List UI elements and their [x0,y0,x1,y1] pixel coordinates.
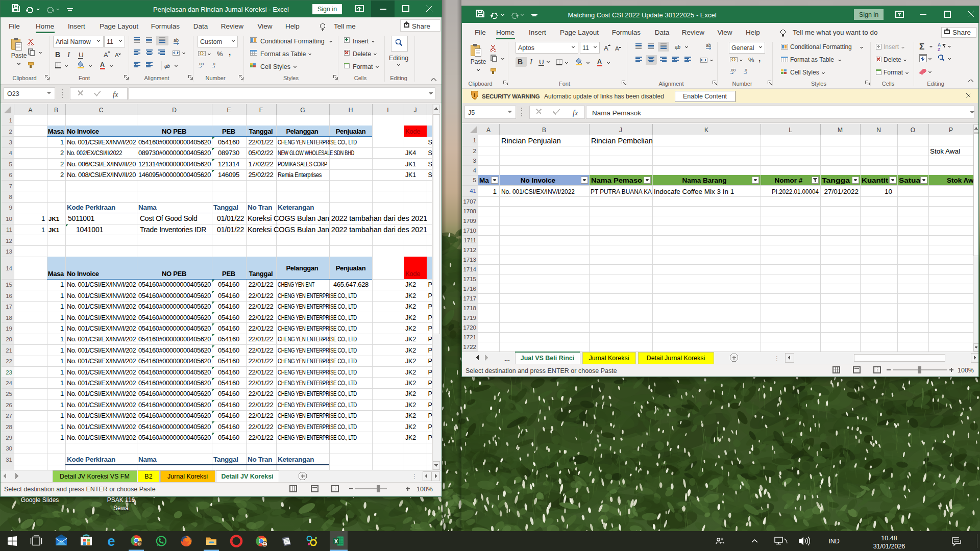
svg-text:4: 4 [9,150,13,156]
svg-text:File: File [475,29,486,36]
svg-text:Page Layout: Page Layout [100,22,138,30]
svg-text:No Invoice: No Invoice [67,128,99,135]
svg-text:D: D [138,542,140,546]
svg-text:CHENG YEN ENTERPRISE CO., LTD: CHENG YEN ENTERPRISE CO., LTD [278,368,357,376]
svg-text:S: S [428,139,432,146]
svg-text:5011001: 5011001 [68,214,94,222]
svg-text:No. 001/CSI/EX/INV/I/202: No. 001/CSI/EX/INV/I/202 [67,379,136,387]
svg-text:No. 001/CSI/EX/INV/I/202: No. 001/CSI/EX/INV/I/202 [67,412,136,419]
svg-text:Tell me: Tell me [334,22,356,30]
svg-text:Paste: Paste [471,58,486,65]
svg-text:054160: 054160 [218,401,239,409]
svg-text:121314#00000000405620: 121314#00000000405620 [138,160,211,168]
svg-text:N: N [876,127,881,134]
svg-text:Detail JV Koreksi VS FM: Detail JV Koreksi VS FM [60,473,130,480]
svg-text:Kode: Kode [405,270,420,278]
svg-text:054160#00000000405620: 054160#00000000405620 [138,423,211,431]
svg-text:22/01/22: 22/01/22 [248,281,273,288]
svg-text:Tanggal: Tanggal [249,128,273,135]
svg-text:8: 8 [9,194,12,200]
svg-text:100%: 100% [416,486,433,493]
svg-text:24: 24 [6,380,12,386]
svg-text:B2: B2 [144,473,152,480]
svg-text:1: 1 [60,423,64,431]
svg-text:Nomor #: Nomor # [775,177,803,184]
svg-text:Keterangan: Keterangan [278,204,314,211]
svg-text:Help: Help [746,29,760,36]
svg-text:B: B [542,127,546,134]
svg-text:CHENG YEN ENTERPRISE CO., LTD: CHENG YEN ENTERPRISE CO., LTD [278,390,357,397]
svg-text:054160: 054160 [218,281,239,288]
svg-text:JK4: JK4 [405,149,416,157]
svg-text:13: 13 [6,248,12,255]
svg-text:22/01/22: 22/01/22 [248,314,273,321]
svg-text:Insert: Insert [68,22,85,30]
svg-text:J: J [414,107,417,114]
svg-text:CHENG YEN ENTERPRISE CO., LTD: CHENG YEN ENTERPRISE CO., LTD [278,314,357,321]
svg-text:E: E [227,107,231,114]
svg-text:No. 001/CSI/EX/INV/I/202: No. 001/CSI/EX/INV/I/202 [67,292,136,299]
svg-text:05/02/22: 05/02/22 [248,149,273,157]
svg-text:JK1: JK1 [405,161,416,168]
svg-text:054160: 054160 [218,357,239,365]
svg-text:P: P [428,434,432,441]
svg-text:JK2: JK2 [405,281,416,288]
svg-text:,: , [758,54,761,63]
svg-text:P: P [428,412,432,419]
svg-text:6: 6 [9,172,12,178]
svg-text:Conditional Formatting: Conditional Formatting [790,43,852,51]
svg-text:F: F [259,107,263,114]
svg-text:1: 1 [473,137,476,143]
svg-text:4: 4 [473,167,477,173]
svg-text:11: 11 [107,38,113,45]
svg-text:PI.2022.01.00004: PI.2022.01.00004 [772,188,819,195]
svg-text:CHENG YEN ENTERPRISE CO., LTD: CHENG YEN ENTERPRISE CO., LTD [278,401,357,409]
svg-text:2: 2 [60,149,64,157]
svg-text:Enable Content: Enable Content [683,93,727,100]
svg-text:089730#00000000405620: 089730#00000000405620 [138,149,211,157]
svg-text:.0: .0 [744,68,747,72]
svg-text:Matching Cost CSI 2022 Update: Matching Cost CSI 2022 Update 30122025 -… [568,11,716,19]
svg-text:27: 27 [6,413,12,419]
svg-text:22/01/22: 22/01/22 [248,357,273,365]
svg-text:054160#00000000405620: 054160#00000000405620 [138,303,211,310]
svg-text:S: S [428,149,432,157]
svg-text:No. 001/CSI/EX/INV/I/202: No. 001/CSI/EX/INV/I/202 [67,346,136,354]
svg-text:Kode Perkiraan: Kode Perkiraan [67,204,115,211]
svg-text:%: % [217,50,223,58]
svg-text:Review: Review [682,29,705,36]
svg-text:10: 10 [885,188,892,195]
svg-text:PSAK 116: PSAK 116 [107,496,135,504]
svg-text:Nama Barang: Nama Barang [682,177,726,184]
svg-text:No. 001/CSI/EX/INV/I/202: No. 001/CSI/EX/INV/I/202 [67,335,136,343]
svg-text:1: 1 [60,412,64,419]
svg-text:Keterangan: Keterangan [278,456,314,463]
svg-text:Conditional Formatting: Conditional Formatting [260,38,325,45]
svg-text:Detail JV Koreksi: Detail JV Koreksi [221,473,273,480]
svg-text:JK2: JK2 [405,303,416,310]
svg-text:22/01/22: 22/01/22 [248,379,273,387]
svg-text:22/01/22: 22/01/22 [248,434,273,441]
svg-text:10.48: 10.48 [881,535,897,542]
svg-text:Penjualan: Penjualan [336,128,366,135]
svg-text:U: U [79,51,84,59]
svg-text:054160: 054160 [218,423,239,431]
svg-text:Data: Data [655,29,670,36]
svg-text:1041001: 1041001 [76,226,104,234]
svg-text:11: 11 [6,227,12,233]
svg-text:Penjelasan dan Rincian Jurnal: Penjelasan dan Rincian Jurnal Koreksi - … [153,6,289,13]
svg-text:No. 001/CSI/EX/INV/I/202: No. 001/CSI/EX/INV/I/202 [67,390,136,397]
svg-text:P: P [428,423,432,431]
svg-text:JK2: JK2 [405,358,416,365]
svg-text:Format: Format [353,63,373,70]
svg-text:23: 23 [6,369,12,375]
svg-text:054160: 054160 [218,324,239,332]
svg-text:JK2: JK2 [405,434,416,441]
svg-text:JK1: JK1 [48,216,60,222]
svg-text:fx: fx [113,91,118,98]
svg-text:CHENG YEN ENTERPRISE CO., LTD: CHENG YEN ENTERPRISE CO., LTD [278,292,357,299]
svg-text:Insert: Insert [884,43,899,51]
svg-text:1710: 1710 [463,228,476,234]
svg-text:054160: 054160 [218,368,239,376]
svg-text:3: 3 [9,139,12,145]
